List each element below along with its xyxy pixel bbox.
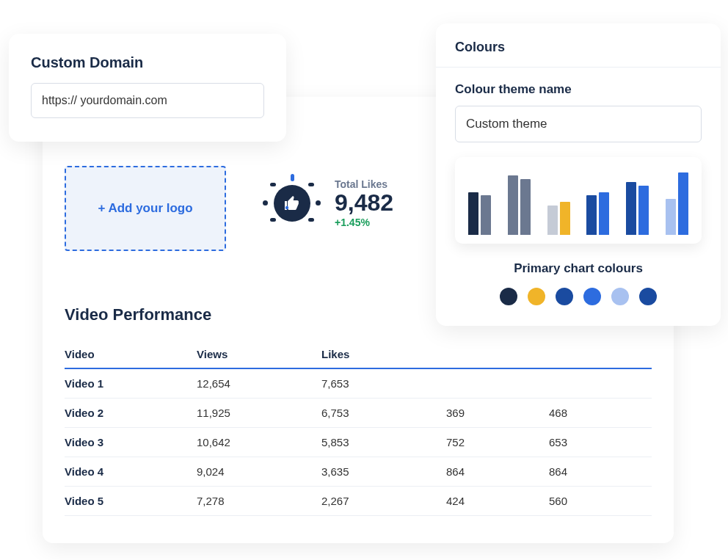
table-row: Video 310,6425,853752653 [65,428,652,457]
bar [468,192,478,236]
cell-c4: 864 [446,457,549,487]
bar [599,192,609,236]
custom-domain-title: Custom Domain [31,54,264,71]
colour-swatch[interactable] [611,288,629,305]
colour-swatch[interactable] [583,288,601,305]
table-row: Video 57,2782,267424560 [65,487,652,516]
cell-views: 7,278 [197,487,321,516]
bar [481,195,491,235]
bar [520,179,531,236]
cell-c5: 653 [549,428,652,457]
colour-swatch[interactable] [639,288,657,305]
custom-domain-input[interactable] [31,83,264,118]
table-row: Video 112,6547,653 [65,368,652,399]
add-logo-label: + Add your logo [98,201,192,216]
colour-theme-label: Colour theme name [455,82,702,97]
cell-video: Video 5 [65,487,197,516]
bar [626,182,636,235]
cell-views: 12,654 [197,368,321,399]
custom-domain-card: Custom Domain [9,34,286,142]
add-logo-dropzone[interactable]: + Add your logo [65,166,226,251]
total-likes-block: Total Likes 9,482 +1.45% [263,174,393,233]
bar-group [505,175,534,235]
cell-c5: 864 [549,457,652,487]
cell-likes: 5,853 [321,428,446,457]
col-video: Video [65,341,197,368]
cell-video: Video 1 [65,368,197,399]
colours-card: Colours Colour theme name Primary chart … [436,23,721,326]
cell-views: 11,925 [197,399,321,428]
video-performance-title: Video Performance [65,305,211,324]
cell-views: 9,024 [197,457,321,487]
col-5 [549,341,652,368]
cell-c5: 560 [549,487,652,516]
colour-chart-preview [455,157,702,244]
video-performance-table: Video Views Likes Video 112,6547,653Vide… [65,341,652,516]
cell-likes: 2,267 [321,487,446,516]
cell-c4: 424 [446,487,549,516]
colour-swatch[interactable] [500,288,517,305]
bar [638,186,649,236]
table-header-row: Video Views Likes [65,341,652,368]
colour-swatch[interactable] [528,288,545,305]
total-likes-value: 9,482 [335,190,393,216]
colour-theme-input[interactable] [455,106,702,142]
cell-likes: 3,635 [321,457,446,487]
cell-video: Video 2 [65,399,197,428]
cell-c5 [549,368,652,399]
col-likes: Likes [321,341,446,368]
colour-swatch[interactable] [556,288,573,305]
table-row: Video 211,9256,753369468 [65,399,652,428]
total-likes-label: Total Likes [335,178,393,190]
col-4 [446,341,549,368]
colour-swatch-row [455,288,702,305]
bar [666,199,676,236]
bar [508,175,518,235]
bar [586,195,597,235]
bar [678,172,688,236]
col-views: Views [197,341,321,368]
total-likes-delta: +1.45% [335,217,393,228]
cell-c4: 369 [446,399,549,428]
bar [560,202,570,235]
cell-c5: 468 [549,399,652,428]
bar-group [623,182,652,235]
bar-group [583,192,613,236]
bar-group [662,172,691,236]
cell-video: Video 3 [65,428,197,457]
bar [547,206,558,236]
thumbs-up-icon [263,174,321,233]
cell-likes: 6,753 [321,399,446,428]
bar-group [544,202,573,235]
cell-views: 10,642 [197,428,321,457]
colours-panel-title: Colours [436,23,721,68]
table-row: Video 49,0243,635864864 [65,457,652,487]
cell-c4: 752 [446,428,549,457]
primary-chart-colours-title: Primary chart colours [455,261,702,276]
bar-group [465,192,495,236]
svg-point-0 [285,206,288,209]
cell-likes: 7,653 [321,368,446,399]
cell-video: Video 4 [65,457,197,487]
cell-c4 [446,368,549,399]
